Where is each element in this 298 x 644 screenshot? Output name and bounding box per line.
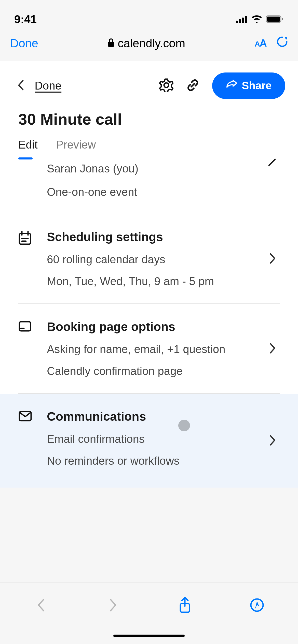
share-arrow-icon: [226, 80, 237, 92]
event-type: One-on-one event: [47, 186, 280, 198]
event-title: 30 Minute call: [0, 110, 298, 138]
svg-rect-14: [19, 322, 31, 331]
touch-indicator: [178, 420, 190, 431]
svg-rect-3: [245, 16, 247, 23]
scheduling-availability: Mon, Tue, Wed, Thu, 9 am - 5 pm: [47, 275, 280, 288]
text-size-button[interactable]: AA: [254, 37, 266, 49]
section-scheduling-settings[interactable]: Scheduling settings 60 rolling calendar …: [0, 214, 298, 303]
communications-confirmations: Email confirmations: [47, 433, 280, 445]
app-toolbar: Done Share: [0, 61, 298, 110]
communications-reminders: No reminders or workflows: [47, 455, 280, 467]
svg-rect-0: [236, 21, 238, 23]
safari-toolbar: [0, 582, 298, 628]
edit-host-icon[interactable]: [267, 157, 278, 168]
settings-button[interactable]: [159, 78, 173, 93]
back-button[interactable]: [17, 80, 24, 92]
tabs: Edit Preview: [0, 138, 298, 159]
svg-point-8: [164, 83, 169, 87]
scheduling-rolling-days: 60 rolling calendar days: [47, 253, 280, 266]
done-link[interactable]: Done: [35, 79, 61, 92]
section-booking-page-options[interactable]: Booking page options Asking for name, em…: [0, 304, 298, 393]
reload-button[interactable]: [277, 36, 288, 51]
svg-rect-1: [239, 19, 241, 23]
browser-forward-button[interactable]: [102, 594, 124, 616]
browser-url[interactable]: calendly.com: [107, 36, 185, 50]
section-host[interactable]: Saran Jonas (you) One-on-one event: [0, 159, 298, 214]
lock-icon: [107, 36, 115, 50]
booking-questions: Asking for name, email, +1 question: [47, 343, 280, 356]
envelope-icon: [18, 411, 34, 467]
home-indicator: [0, 628, 298, 644]
communications-title: Communications: [47, 409, 280, 423]
svg-rect-6: [282, 18, 283, 20]
share-label: Share: [242, 80, 272, 92]
booking-confirmation: Calendly confirmation page: [47, 365, 280, 377]
chevron-right-icon: [269, 252, 276, 266]
calendar-icon: [18, 231, 34, 288]
wifi-icon: [251, 13, 262, 26]
status-indicators: [236, 13, 284, 26]
browser-address-bar: Done calendly.com AA: [0, 36, 298, 61]
svg-rect-2: [242, 18, 244, 23]
booking-title: Booking page options: [47, 320, 280, 334]
tab-edit[interactable]: Edit: [18, 138, 38, 159]
scheduling-title: Scheduling settings: [47, 230, 280, 244]
svg-rect-7: [108, 42, 114, 47]
browser-share-button[interactable]: [174, 594, 196, 616]
browser-tabs-button[interactable]: [246, 594, 268, 616]
browser-url-text: calendly.com: [118, 36, 185, 50]
host-name: Saran Jonas (you): [47, 162, 280, 175]
copy-link-button[interactable]: [186, 78, 200, 93]
share-button[interactable]: Share: [212, 72, 285, 99]
svg-rect-5: [267, 17, 280, 22]
tab-preview[interactable]: Preview: [56, 138, 96, 159]
tab-edit-label: Edit: [18, 138, 38, 151]
battery-icon: [266, 13, 284, 26]
browser-done-button[interactable]: Done: [10, 36, 38, 50]
chevron-right-icon: [269, 434, 276, 447]
status-bar: 9:41: [0, 0, 298, 36]
cellular-icon: [236, 13, 248, 26]
chevron-right-icon: [269, 342, 276, 355]
status-time: 9:41: [14, 13, 37, 26]
card-icon: [18, 321, 34, 377]
section-communications[interactable]: Communications Email confirmations No re…: [0, 394, 298, 488]
browser-back-button[interactable]: [30, 594, 52, 616]
